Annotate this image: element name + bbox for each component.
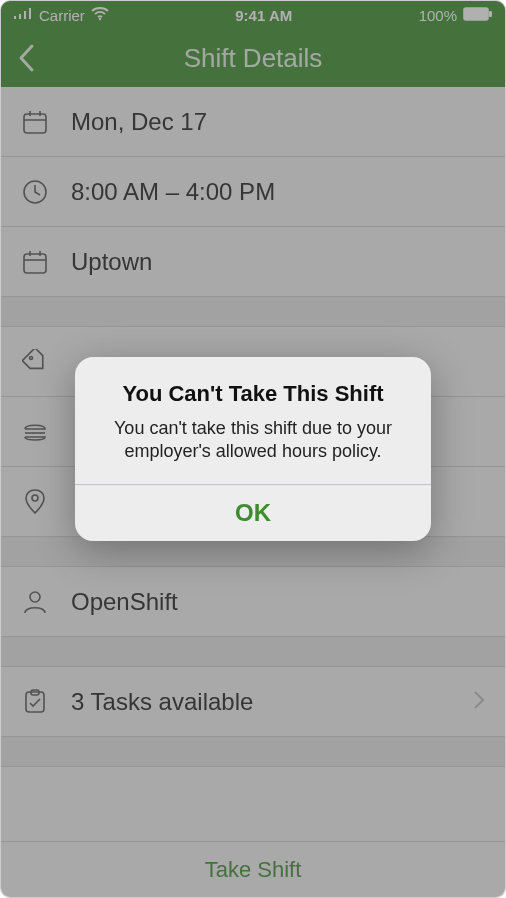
alert-ok-button[interactable]: OK [75, 485, 431, 541]
alert-title: You Can't Take This Shift [95, 381, 411, 407]
alert-message: You can't take this shift due to your em… [95, 417, 411, 464]
alert-dialog: You Can't Take This Shift You can't take… [75, 357, 431, 541]
alert-body: You Can't Take This Shift You can't take… [75, 357, 431, 484]
alert-ok-label: OK [235, 499, 271, 527]
app-screen: Carrier 9:41 AM 100% Shift Details Mon, … [0, 0, 506, 898]
